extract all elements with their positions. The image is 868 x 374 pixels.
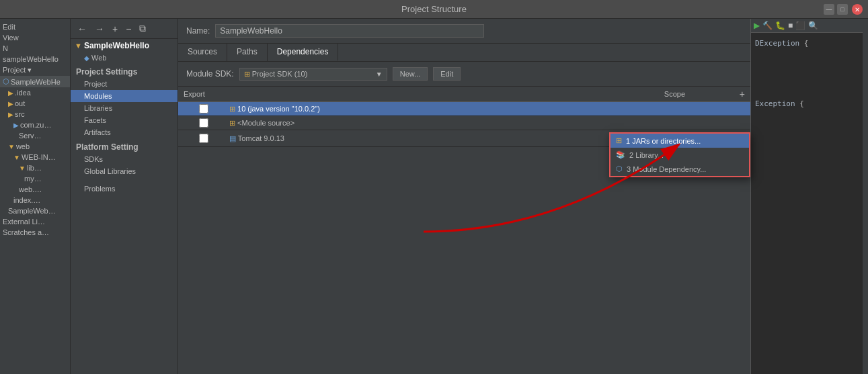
tree-item-web[interactable]: ▼ web xyxy=(0,141,70,152)
sdk-new-button[interactable]: New... xyxy=(393,67,428,81)
code-line-1: DException { xyxy=(755,38,864,50)
forward-button[interactable]: → xyxy=(92,22,107,36)
project-icon: ⬡ xyxy=(3,77,9,86)
tree-item-serv-label: Serv… xyxy=(19,132,42,140)
tree-item-com-label: com.zu… xyxy=(20,121,51,129)
add-dependency-dropdown: ⊞ 1 JARs or directories... 📚 2 Library..… xyxy=(609,132,750,177)
tree-item-index[interactable]: index.… xyxy=(0,195,70,205)
module-name-input[interactable] xyxy=(215,24,484,38)
mid-project-root[interactable]: ▼ SampleWebHello xyxy=(71,39,177,52)
module-tabs: Sources Paths Dependencies xyxy=(178,44,750,62)
deps-check-sdk[interactable] xyxy=(199,104,208,113)
deps-module-source-name: ⊞ <Module source> xyxy=(229,119,672,128)
deps-check-module-source[interactable] xyxy=(199,118,208,128)
menu-view[interactable]: View xyxy=(0,32,70,43)
tab-dependencies[interactable]: Dependencies xyxy=(268,44,339,61)
search-btn[interactable]: 🔍 xyxy=(808,21,818,30)
window-controls: — □ xyxy=(824,4,848,15)
sdk-select-value: ⊞ Project SDK (10) xyxy=(244,70,308,79)
tab-paths-label: Paths xyxy=(237,47,258,56)
settings-item-sdks[interactable]: SDKs xyxy=(71,153,177,165)
sdk-label: Module SDK: xyxy=(186,69,234,79)
tab-paths[interactable]: Paths xyxy=(227,44,268,61)
tree-item-my[interactable]: my… xyxy=(0,173,70,184)
module-sdk-row: Module SDK: ⊞ Project SDK (10) ▼ New... … xyxy=(178,62,750,87)
tab-dependencies-label: Dependencies xyxy=(277,47,329,56)
settings-item-libraries[interactable]: Libraries xyxy=(71,102,177,114)
project-root-label: SampleWebHe xyxy=(11,78,61,86)
settings-item-modules[interactable]: Modules xyxy=(71,90,177,102)
stop-btn[interactable]: ■ xyxy=(788,21,793,30)
tree-item-com[interactable]: ▶ com.zu… xyxy=(0,120,70,130)
deps-row-module-source[interactable]: ⊞ <Module source> xyxy=(178,116,750,130)
menu-n[interactable]: N xyxy=(0,43,70,54)
project-dropdown-label: Project ▾ xyxy=(3,66,32,75)
settings-item-project[interactable]: Project xyxy=(71,78,177,90)
mid-project-root-label: SampleWebHello xyxy=(84,41,149,50)
dropdown-item-module-dep[interactable]: ⬡ 3 Module Dependency... xyxy=(610,162,749,176)
deps-scope-col-header: Scope xyxy=(664,90,732,98)
add-module-button[interactable]: + xyxy=(110,22,120,36)
mid-project-web[interactable]: ◆ Web xyxy=(71,52,177,63)
editor-toolbar: ▶ 🔨 🐛 ■ ⬛ 🔍 xyxy=(751,19,868,33)
folder-icon-webinf: ▼ xyxy=(13,154,20,161)
project-dropdown[interactable]: Project ▾ xyxy=(0,64,70,76)
deps-export-col-header: Export xyxy=(184,90,224,98)
sdk-edit-button[interactable]: Edit xyxy=(433,67,461,81)
dropdown-item-library[interactable]: 📚 2 Library... xyxy=(610,148,749,162)
tree-item-idea[interactable]: ▶ .idea xyxy=(0,87,70,98)
run-btn[interactable]: ▶ xyxy=(754,21,760,30)
deps-tomcat-name: ▤ Tomcat 9.0.13 xyxy=(229,134,672,143)
tree-item-src[interactable]: ▶ src xyxy=(0,109,70,120)
dropdown-item-jars[interactable]: ⊞ 1 JARs or directories... xyxy=(610,134,749,148)
remove-module-button[interactable]: − xyxy=(123,22,134,36)
profiler-btn[interactable]: ⬛ xyxy=(795,21,805,30)
project-settings-panel: ← → + − ⧉ ▼ SampleWebHello ◆ Web Project… xyxy=(71,19,178,374)
tree-item-src-label: src xyxy=(15,110,25,118)
settings-item-facets[interactable]: Facets xyxy=(71,114,177,126)
tab-sources[interactable]: Sources xyxy=(178,44,227,61)
dialog-title: Project Structure xyxy=(401,4,467,14)
tree-item-lib[interactable]: ▼ lib… xyxy=(0,162,70,173)
back-button[interactable]: ← xyxy=(75,22,89,36)
build-btn[interactable]: 🔨 xyxy=(762,21,773,30)
copy-module-button[interactable]: ⧉ xyxy=(136,21,149,36)
project-folder-icon: ▼ xyxy=(75,42,82,50)
tree-item-scratches[interactable]: Scratches a… xyxy=(0,227,70,238)
settings-item-artifacts[interactable]: Artifacts xyxy=(71,126,177,138)
tree-item-webxml[interactable]: web.… xyxy=(0,184,70,195)
deps-row-sdk[interactable]: ⊞ 10 (java version "10.0.2") xyxy=(178,102,750,116)
app-title-label: sampleWebHello xyxy=(3,55,58,63)
editor-content: DException { Exception { xyxy=(751,33,868,115)
server-icon-tomcat: ▤ xyxy=(229,134,236,142)
debug-btn[interactable]: 🐛 xyxy=(775,21,785,30)
tree-root-project[interactable]: ⬡ SampleWebHe xyxy=(0,76,70,87)
tree-item-index-label: index.… xyxy=(13,196,40,204)
tree-item-sampleweb[interactable]: SampleWeb… xyxy=(0,205,70,216)
menu-edit[interactable]: Edit xyxy=(0,21,70,32)
tree-item-out[interactable]: ▶ out xyxy=(0,98,70,109)
tree-item-external[interactable]: External Li… xyxy=(0,216,70,227)
close-btn[interactable]: ✕ xyxy=(852,4,863,15)
editor-panel: ▶ 🔨 🐛 ■ ⬛ 🔍 DException { Exception { xyxy=(750,19,868,374)
web-icon: ◆ xyxy=(84,54,89,62)
menu-edit-label: Edit xyxy=(3,23,15,31)
platform-setting-header: Platform Setting xyxy=(71,138,177,153)
tree-item-serv[interactable]: Serv… xyxy=(0,130,70,141)
deps-table-header: Export Scope + xyxy=(178,87,750,102)
module-details-panel: Name: Sources Paths Dependencies Module … xyxy=(178,19,750,374)
tree-item-sampleweb-label: SampleWeb… xyxy=(8,207,56,215)
dropdown-item-library-label: 2 Library... xyxy=(629,151,664,159)
tree-item-webinf[interactable]: ▼ WEB-IN… xyxy=(0,152,70,162)
tree-item-webinf-label: WEB-IN… xyxy=(22,153,56,161)
editor-scrollbar[interactable] xyxy=(863,38,868,374)
deps-check-tomcat[interactable] xyxy=(199,134,208,143)
settings-item-problems[interactable]: Problems xyxy=(71,183,177,195)
minimize-btn[interactable]: — xyxy=(824,4,834,15)
folder-icon: ▶ xyxy=(8,89,13,97)
settings-item-global-libraries[interactable]: Global Libraries xyxy=(71,165,177,177)
maximize-btn[interactable]: □ xyxy=(837,4,848,15)
settings-toolbar: ← → + − ⧉ xyxy=(71,19,177,39)
sdk-select[interactable]: ⊞ Project SDK (10) ▼ xyxy=(239,68,387,81)
deps-add-button[interactable]: + xyxy=(740,89,745,99)
